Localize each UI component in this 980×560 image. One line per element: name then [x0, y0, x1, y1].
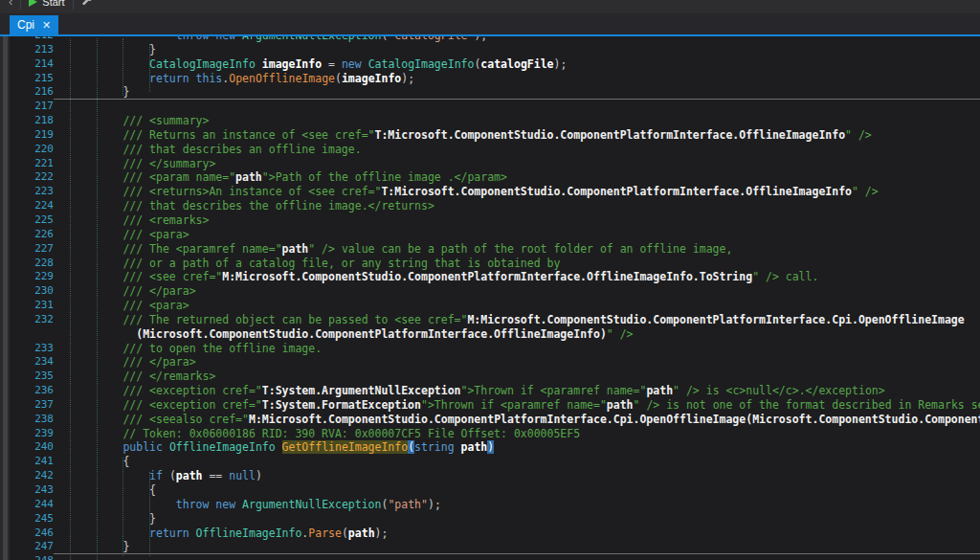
code-line[interactable]: 238 /// <seealso cref="M:Microsoft.Compo…: [0, 413, 980, 427]
code-text: /// <exception cref="T:System.FormatExce…: [70, 398, 980, 413]
tab-label: Cpi: [17, 18, 34, 32]
code-line[interactable]: 245 }: [0, 512, 980, 526]
code-text: /// <see cref="M:Microsoft.ComponentStud…: [70, 270, 980, 284]
settings-button[interactable]: [76, 0, 100, 13]
code-text: CatalogImageInfo imageInfo = new Catalog…: [70, 57, 980, 72]
code-text: /// <para>: [70, 228, 980, 242]
code-line[interactable]: 237 /// <exception cref="T:System.Format…: [0, 398, 980, 413]
code-text: // Token: 0x06000186 RID: 390 RVA: 0x000…: [70, 427, 980, 441]
toolbar-items: ‹ Start: [0, 0, 100, 13]
code-text: /// or a path of a catalog file, or any …: [70, 257, 980, 271]
code-line[interactable]: 221 /// </summary>: [0, 157, 980, 171]
code-editor[interactable]: 212 throw new ArgumentNullException("cat…: [0, 36, 980, 560]
code-text: /// <summary>: [70, 114, 980, 128]
code-line[interactable]: 231 /// <para>: [0, 299, 980, 313]
tab-cpi[interactable]: Cpi ✕: [10, 15, 58, 34]
wrench-icon: [81, 0, 94, 8]
tab-strip: Cpi ✕: [0, 13, 980, 36]
code-line[interactable]: 230 /// </para>: [0, 284, 980, 299]
tab-close-icon[interactable]: ✕: [42, 19, 51, 32]
code-text: /// <exception cref="T:System.ArgumentNu…: [70, 384, 980, 398]
code-text: /// Returns an instance of <see cref="T:…: [70, 128, 980, 143]
code-line[interactable]: 224 /// that describes the offline image…: [0, 199, 980, 213]
start-button[interactable]: Start: [23, 0, 70, 13]
code-line[interactable]: 217: [0, 100, 980, 114]
code-line[interactable]: 233 /// to open the offline image.: [0, 342, 980, 356]
code-text: }: [70, 540, 980, 554]
code-text: /// <param name="path">Path of the offli…: [70, 170, 980, 185]
code-line[interactable]: 239 // Token: 0x06000186 RID: 390 RVA: 0…: [0, 427, 980, 441]
code-text: /// that describes an offline image.: [70, 143, 980, 157]
left-scrollbar-thumb[interactable]: [3, 36, 8, 560]
code-text: if (path == null): [70, 469, 980, 483]
code-line[interactable]: 226 /// <para>: [0, 228, 980, 242]
toolbar-separator: [20, 0, 21, 10]
code-text: {: [70, 483, 980, 498]
toolbar-separator: [73, 0, 74, 10]
code-text: /// to open the offline image.: [70, 342, 980, 356]
code-line[interactable]: 248: [0, 554, 980, 560]
code-text: }: [70, 512, 980, 526]
play-icon: [29, 0, 37, 7]
code-line[interactable]: 222 /// <param name="path">Path of the o…: [0, 170, 980, 185]
code-line[interactable]: 242 if (path == null): [0, 469, 980, 483]
main-toolbar: ‹ Start: [0, 0, 980, 13]
code-line[interactable]: 229 /// <see cref="M:Microsoft.Component…: [0, 270, 980, 284]
code-line[interactable]: 246 return OfflineImageInfo.Parse(path);: [0, 526, 980, 541]
code-text: /// <para>: [70, 299, 980, 313]
code-line[interactable]: 247 }: [0, 540, 980, 554]
code-line[interactable]: 219 /// Returns an instance of <see cref…: [0, 128, 980, 143]
code-text: /// The <paramref name="path" /> value c…: [70, 242, 980, 257]
code-line[interactable]: 220 /// that describes an offline image.: [0, 143, 980, 157]
code-text: }: [70, 43, 980, 57]
code-line[interactable]: 244 throw new ArgumentNullException("pat…: [0, 498, 980, 512]
code-text: /// </summary>: [70, 157, 980, 171]
left-panel-edge: [0, 36, 10, 560]
code-text: /// </remarks>: [70, 370, 980, 384]
code-lines: 212 throw new ArgumentNullException("cat…: [0, 36, 980, 560]
code-line[interactable]: 214 CatalogImageInfo imageInfo = new Cat…: [0, 57, 980, 72]
code-text: public OfflineImageInfo GetOfflineImageI…: [70, 440, 980, 455]
code-text: return this.OpenOfflineImage(imageInfo);: [70, 72, 980, 86]
code-text: /// The returned object can be passed to…: [70, 313, 980, 327]
code-text: return OfflineImageInfo.Parse(path);: [70, 526, 980, 541]
code-line[interactable]: 234 /// </para>: [0, 355, 980, 370]
code-text: /// <returns>An instance of <see cref="T…: [70, 185, 980, 199]
code-line[interactable]: 225 /// <remarks>: [0, 213, 980, 228]
code-text: (Microsoft.ComponentStudio.ComponentPlat…: [70, 327, 980, 342]
code-text: /// <seealso cref="M:Microsoft.Component…: [70, 413, 980, 427]
code-line[interactable]: 213 }: [0, 43, 980, 57]
code-line[interactable]: 235 /// </remarks>: [0, 370, 980, 384]
code-line[interactable]: 232 /// The returned object can be passe…: [0, 313, 980, 327]
code-line[interactable]: 216 }: [0, 85, 980, 100]
code-text: }: [70, 85, 980, 100]
code-line[interactable]: 241 {: [0, 455, 980, 469]
code-text: {: [70, 455, 980, 469]
code-line[interactable]: 212 throw new ArgumentNullException("cat…: [0, 36, 980, 43]
code-line[interactable]: 228 /// or a path of a catalog file, or …: [0, 257, 980, 271]
code-text: /// <remarks>: [70, 213, 980, 228]
code-line[interactable]: (Microsoft.ComponentStudio.ComponentPlat…: [0, 327, 980, 342]
code-line[interactable]: 218 /// <summary>: [0, 114, 980, 128]
code-line[interactable]: 243 {: [0, 483, 980, 498]
code-line[interactable]: 223 /// <returns>An instance of <see cre…: [0, 185, 980, 199]
code-line[interactable]: 215 return this.OpenOfflineImage(imageIn…: [0, 72, 980, 86]
code-text: throw new ArgumentNullException("path");: [70, 498, 980, 512]
code-text: /// </para>: [70, 284, 980, 299]
code-line[interactable]: 227 /// The <paramref name="path" /> val…: [0, 242, 980, 257]
code-text: /// that describes the offline image.</r…: [70, 199, 980, 213]
back-arrow-icon: ‹: [9, 0, 12, 8]
dnspy-window: { "toolbar": { "back_glyph": "‹", "start…: [0, 0, 980, 560]
code-line[interactable]: 240 public OfflineImageInfo GetOfflineIm…: [0, 440, 980, 455]
code-text: throw new ArgumentNullException("catalog…: [70, 36, 980, 43]
code-text: /// </para>: [70, 355, 980, 370]
start-button-label: Start: [42, 0, 64, 8]
back-button[interactable]: ‹: [3, 0, 18, 13]
code-line[interactable]: 236 /// <exception cref="T:System.Argume…: [0, 384, 980, 398]
